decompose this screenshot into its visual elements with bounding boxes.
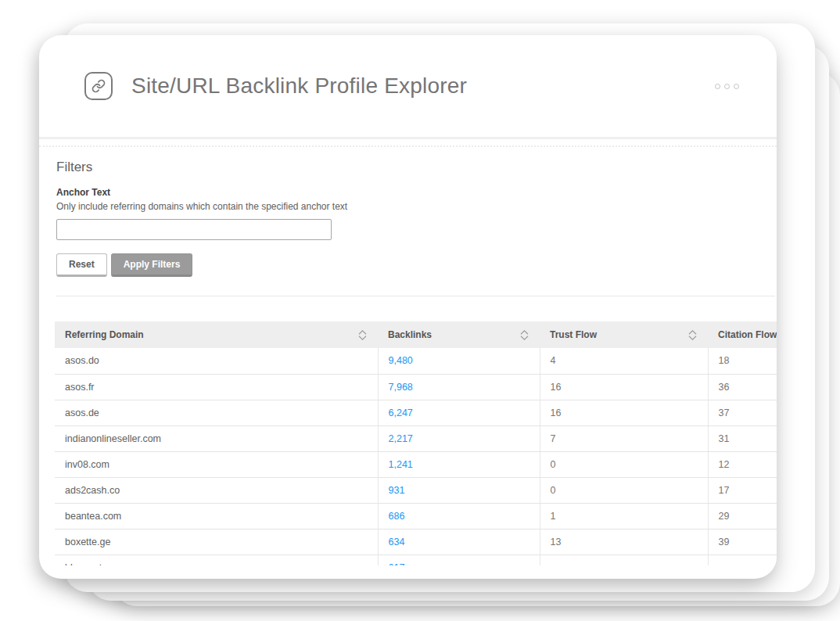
section-divider: [56, 296, 775, 296]
page-title: Site/URL Backlink Profile Explorer: [131, 74, 467, 99]
backlinks-cell: 6,247: [378, 400, 540, 425]
backlinks-link[interactable]: 2,217: [389, 433, 413, 444]
link-icon: [84, 72, 113, 100]
table-row: indianonlineseller.com2,217731: [55, 425, 777, 451]
referring-domain-cell: asos.do: [55, 348, 378, 374]
table-row: inv08.com1,241012: [55, 451, 777, 477]
trust-flow-cell: 13: [540, 529, 708, 555]
card-header: Site/URL Backlink Profile Explorer: [39, 35, 777, 137]
backlinks-cell: 634: [378, 529, 540, 555]
backlinks-cell: 9,480: [378, 348, 540, 374]
filters-heading: Filters: [56, 160, 759, 175]
column-header-referring-domain[interactable]: Referring Domain: [55, 321, 378, 348]
backlink-explorer-card: Site/URL Backlink Profile Explorer Filte…: [39, 35, 777, 579]
trust-flow-cell: [540, 555, 708, 565]
backlinks-link[interactable]: 7,968: [389, 382, 413, 393]
backlinks-cell: 617: [378, 555, 540, 565]
backlinks-link[interactable]: 634: [389, 537, 405, 547]
table-header-row: Referring Domain Backlinks: [55, 321, 777, 348]
backlinks-table-container: Referring Domain Backlinks: [55, 321, 777, 565]
citation-flow-cell: 39: [708, 529, 777, 555]
backlinks-cell: 931: [378, 477, 540, 503]
citation-flow-cell: 36: [708, 374, 777, 400]
trust-flow-cell: 1: [540, 503, 708, 529]
backlinks-link[interactable]: 686: [389, 511, 405, 522]
page: Site/URL Backlink Profile Explorer Filte…: [0, 0, 840, 621]
citation-flow-cell: 37: [708, 400, 777, 425]
column-header-citation-flow[interactable]: Citation Flow: [708, 321, 777, 348]
trust-flow-cell: 0: [540, 451, 708, 477]
backlinks-link[interactable]: 6,247: [389, 407, 413, 418]
apply-filters-button[interactable]: Apply Filters: [111, 253, 193, 277]
sort-icon[interactable]: [688, 330, 697, 340]
table-row: boxette.ge6341339: [55, 529, 777, 555]
backlinks-table: Referring Domain Backlinks: [55, 321, 777, 565]
anchor-text-help: Only include referring domains which con…: [56, 201, 759, 212]
column-header-trust-flow[interactable]: Trust Flow: [540, 321, 708, 348]
citation-flow-cell: 12: [708, 451, 777, 477]
table-row: asos.do9,480418: [55, 348, 777, 374]
referring-domain-cell: asos.fr: [55, 374, 378, 400]
citation-flow-cell: 17: [708, 477, 777, 503]
trust-flow-cell: 0: [540, 477, 708, 503]
table-row: asos.de6,2471637: [55, 400, 777, 425]
citation-flow-cell: 31: [708, 425, 777, 451]
column-header-backlinks[interactable]: Backlinks: [378, 321, 540, 348]
trust-flow-cell: 16: [540, 374, 708, 400]
referring-domain-cell: blogspot.com: [55, 555, 378, 565]
table-row: ads2cash.co931017: [55, 477, 777, 503]
table-row: beantea.com686129: [55, 503, 777, 529]
sort-icon[interactable]: [520, 330, 529, 340]
backlinks-cell: 686: [378, 503, 540, 529]
overflow-menu-icon[interactable]: [715, 84, 739, 89]
citation-flow-cell: 18: [708, 348, 777, 374]
referring-domain-cell: beantea.com: [55, 503, 378, 529]
anchor-text-input[interactable]: [56, 219, 332, 240]
table-row: blogspot.com617: [55, 555, 777, 565]
referring-domain-cell: boxette.ge: [55, 529, 378, 555]
reset-button[interactable]: Reset: [56, 253, 107, 277]
anchor-text-label: Anchor Text: [56, 187, 759, 198]
table-row: asos.fr7,9681636: [55, 374, 777, 400]
backlinks-cell: 1,241: [378, 451, 540, 477]
backlinks-link[interactable]: 617: [389, 562, 405, 565]
trust-flow-cell: 7: [540, 425, 708, 451]
filters-section: Filters Anchor Text Only include referri…: [39, 147, 777, 277]
citation-flow-cell: 29: [708, 503, 777, 529]
table-body: asos.do9,480418asos.fr7,9681636asos.de6,…: [55, 348, 777, 565]
header-divider: [39, 137, 777, 139]
citation-flow-cell: [708, 555, 777, 565]
backlinks-cell: 2,217: [378, 425, 540, 451]
referring-domain-cell: ads2cash.co: [55, 477, 378, 503]
referring-domain-cell: inv08.com: [55, 451, 378, 477]
sort-icon[interactable]: [358, 330, 367, 340]
backlinks-link[interactable]: 931: [389, 485, 405, 496]
referring-domain-cell: indianonlineseller.com: [55, 425, 378, 451]
trust-flow-cell: 16: [540, 400, 708, 425]
backlinks-cell: 7,968: [378, 374, 540, 400]
backlinks-link[interactable]: 1,241: [389, 459, 413, 470]
trust-flow-cell: 4: [540, 348, 708, 374]
backlinks-link[interactable]: 9,480: [389, 355, 413, 366]
filter-buttons: Reset Apply Filters: [56, 253, 759, 277]
referring-domain-cell: asos.de: [55, 400, 378, 425]
